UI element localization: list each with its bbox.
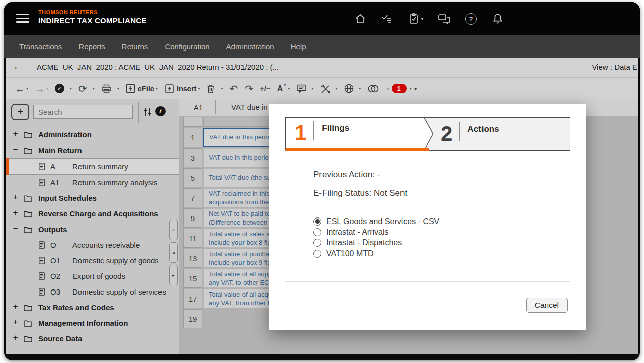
- globe-button[interactable]: ▾: [344, 83, 361, 94]
- globe-icon: [344, 83, 354, 94]
- radio-icon[interactable]: [313, 239, 321, 247]
- menu-item-returns[interactable]: Returns: [122, 42, 148, 51]
- menu-item-reports[interactable]: Reports: [78, 42, 105, 51]
- radio-icon[interactable]: [313, 217, 321, 226]
- tree-folder-source-data[interactable]: +Source Data: [6, 331, 179, 346]
- tree-folder-tax-rates-and-codes[interactable]: +Tax Rates and Codes: [6, 300, 179, 315]
- tools-button[interactable]: ▾: [320, 84, 337, 94]
- step-actions[interactable]: 2 Actions: [424, 117, 570, 151]
- filter-icon[interactable]: [143, 107, 152, 119]
- row-number[interactable]: 5: [183, 168, 202, 187]
- search-input[interactable]: [33, 105, 133, 119]
- menu-item-configuration[interactable]: Configuration: [165, 42, 209, 51]
- comments-button[interactable]: ▾: [296, 84, 313, 93]
- navigate-forward-button[interactable]: →▾: [35, 84, 48, 94]
- filing-option-esl-goods-and-services-csv[interactable]: ESL Goods and Services - CSV: [313, 216, 439, 227]
- tree-doc-o1[interactable]: O1Domestic supply of goods: [6, 253, 179, 268]
- chat-icon[interactable]: [438, 13, 451, 25]
- radio-icon[interactable]: [313, 228, 321, 236]
- menu-item-administration[interactable]: Administration: [226, 42, 274, 51]
- folder-label: Source Data: [38, 334, 83, 343]
- folder-label: Tax Rates and Codes: [38, 303, 114, 312]
- menu-item-help[interactable]: Help: [291, 42, 306, 51]
- doc-code: O: [50, 241, 56, 249]
- home-icon[interactable]: [354, 13, 366, 25]
- previous-issue-icon[interactable]: ◂: [386, 85, 389, 92]
- tree-folder-outputs[interactable]: −Outputs: [6, 222, 179, 237]
- print-button[interactable]: ▾: [101, 84, 119, 94]
- chevron-down-icon[interactable]: ▾: [421, 17, 423, 21]
- compare-circles-button[interactable]: [367, 84, 379, 93]
- row-number[interactable]: 17: [183, 289, 202, 308]
- clipboard-check-icon[interactable]: ▾: [408, 13, 423, 25]
- expand-node-icon[interactable]: +: [12, 129, 19, 139]
- row-number[interactable]: 11: [183, 229, 202, 248]
- collapse-node-icon[interactable]: −: [12, 224, 19, 234]
- next-issue-icon[interactable]: ▸: [415, 85, 418, 92]
- radio-icon[interactable]: [313, 250, 321, 258]
- filing-option-intrastat-dispatches[interactable]: Intrastat - Dispatches: [313, 238, 439, 248]
- efile-button[interactable]: eFile ▾: [126, 84, 158, 93]
- plus-minus-button[interactable]: +/−: [260, 85, 271, 92]
- filing-option-vat100-mtd[interactable]: VAT100 MTD: [313, 248, 439, 259]
- tree-doc-o[interactable]: OAccounts receivable: [6, 237, 179, 253]
- redo-button[interactable]: ↷: [245, 84, 253, 94]
- sidebar-header: + i: [6, 99, 179, 126]
- row-number[interactable]: 7: [183, 188, 202, 207]
- tree-folder-input-schedules[interactable]: +Input Schedules: [6, 190, 179, 206]
- step-number: 1: [295, 122, 306, 143]
- tree-folder-administration[interactable]: +Administration: [6, 127, 179, 142]
- collapse-all-button[interactable]: «: [169, 220, 178, 240]
- tree-doc-o3[interactable]: O3Domestic supply of services: [6, 284, 179, 300]
- info-icon[interactable]: i: [155, 106, 166, 116]
- chevron-down-icon: ▾: [93, 86, 95, 91]
- chevron-down-icon: ▾: [311, 86, 313, 91]
- notifications-bell-icon[interactable]: [492, 13, 504, 25]
- menu-item-transactions[interactable]: Transactions: [19, 42, 62, 51]
- row-number[interactable]: 1: [183, 128, 202, 147]
- collapse-node-icon[interactable]: −: [12, 144, 19, 155]
- folder-label: Administration: [38, 130, 92, 139]
- issue-count-badge[interactable]: 1: [392, 84, 407, 93]
- corner-cell[interactable]: [183, 117, 202, 127]
- chevron-down-icon[interactable]: ▾: [410, 86, 412, 91]
- expand-node-icon[interactable]: +: [12, 208, 19, 218]
- expand-node-icon[interactable]: +: [12, 302, 19, 312]
- sidebar-tree: +Administration−Main ReturnAReturn summa…: [6, 127, 179, 354]
- row-number[interactable]: 15: [183, 269, 202, 288]
- tree-doc-a1[interactable]: A1Return summary analysis: [6, 175, 179, 190]
- row-number[interactable]: 13: [183, 249, 202, 268]
- tree-doc-o2[interactable]: O2Export of goods: [6, 268, 179, 284]
- tree-folder-management-information[interactable]: +Management Information: [6, 315, 179, 331]
- row-number[interactable]: 3: [183, 148, 202, 167]
- add-button[interactable]: +: [11, 104, 29, 120]
- cancel-button[interactable]: Cancel: [526, 298, 568, 313]
- expand-node-icon[interactable]: +: [12, 317, 19, 327]
- format-button[interactable]: A*▾: [277, 84, 290, 93]
- approve-button[interactable]: ✓▾: [55, 84, 72, 93]
- tree-folder-reverse-charge-and-acquisitions[interactable]: +Reverse Charge and Acquisitions: [6, 206, 179, 222]
- hamburger-menu-icon[interactable]: [16, 14, 29, 25]
- step-filings[interactable]: 1 Filings: [285, 117, 424, 151]
- undo-button[interactable]: ↶: [229, 84, 238, 94]
- tasks-checklist-icon[interactable]: [381, 13, 393, 25]
- tools-icon: [320, 84, 331, 94]
- tree-folder-main-return[interactable]: −Main Return: [6, 142, 179, 158]
- chevron-down-icon: ▾: [335, 86, 337, 91]
- expand-node-icon[interactable]: +: [12, 192, 19, 202]
- back-button[interactable]: ←: [13, 60, 24, 73]
- collapse-panel-button[interactable]: ◂: [169, 242, 178, 263]
- row-number[interactable]: 9: [183, 208, 202, 228]
- refresh-button[interactable]: ⟳▾: [78, 84, 95, 94]
- row-number[interactable]: 19: [183, 309, 202, 328]
- cell-name-box[interactable]: A1: [183, 99, 213, 116]
- filing-option-intrastat-arrivals[interactable]: Intrastat - Arrivals: [313, 227, 439, 237]
- expand-panel-button[interactable]: ▸: [169, 265, 178, 285]
- expand-node-icon[interactable]: +: [12, 333, 19, 343]
- help-icon[interactable]: ?: [465, 13, 477, 25]
- navigate-back-button[interactable]: ←▾: [15, 84, 28, 94]
- delete-button[interactable]: ▾: [206, 84, 223, 94]
- chevron-down-icon: ▾: [156, 86, 158, 91]
- tree-doc-a[interactable]: AReturn summary: [6, 158, 179, 175]
- insert-button[interactable]: Insert ▾: [165, 84, 200, 94]
